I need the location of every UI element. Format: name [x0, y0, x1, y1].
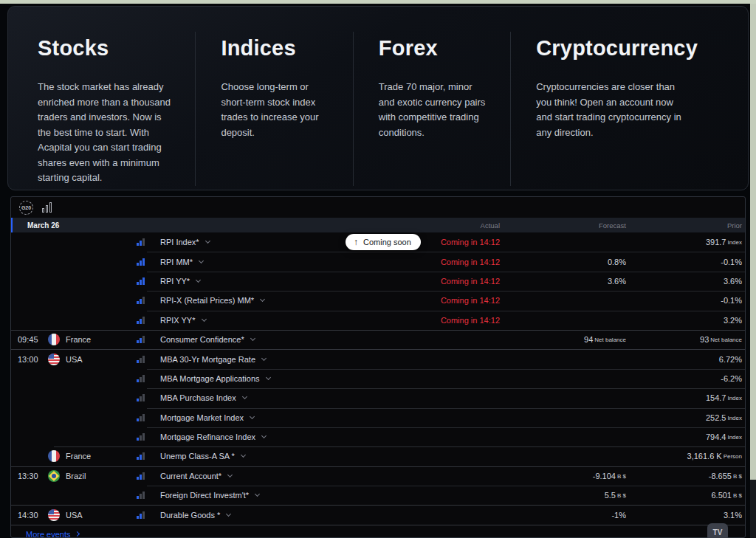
actual-value: Coming in 14:12 [407, 238, 503, 246]
column-header-actual: Actual [407, 221, 503, 230]
prior-unit: Index [727, 239, 742, 246]
event-name[interactable]: RPI MM* [157, 258, 407, 266]
chevron-down-icon [201, 317, 206, 322]
event-row[interactable]: Foreign Direct Investm't*5.5B $6.501B $ [11, 486, 745, 505]
event-name[interactable]: Unemp Class-A SA * [157, 452, 407, 461]
flag-us-icon [48, 509, 60, 521]
date-label: March 26 [13, 221, 407, 230]
prior-unit: Index [727, 395, 742, 401]
event-row[interactable]: FranceUnemp Class-A SA *3,161.6 KPerson [11, 446, 745, 466]
scrollbar-thumb[interactable] [750, 4, 756, 480]
event-label: MBA 30-Yr Mortgage Rate [160, 355, 255, 364]
coming-soon-label: Coming soon [363, 238, 411, 246]
g20-filter-icon[interactable]: G20 [19, 201, 33, 215]
event-name[interactable]: RPI YY* [157, 277, 407, 286]
chevron-down-icon [205, 238, 210, 244]
event-label: RPI-X (Retail Prices) MM* [160, 296, 254, 305]
prior-unit: Person [724, 453, 742, 460]
event-name[interactable]: MBA 30-Yr Mortgage Rate [157, 355, 407, 364]
event-row[interactable]: 13:30BrazilCurrent Account*-9.104B $-8.6… [11, 466, 745, 486]
event-name[interactable]: Foreign Direct Investm't* [157, 491, 407, 500]
prior-value: 252.5Index [628, 413, 745, 422]
event-name[interactable]: Current Account* [157, 472, 407, 480]
chevron-down-icon [265, 375, 270, 380]
more-events-row: More events [11, 525, 745, 538]
forecast-unit: Net balance [594, 337, 626, 343]
prior-value: 3.1% [628, 511, 745, 520]
forecast-unit: B $ [617, 492, 626, 499]
country-label: Brazil [66, 472, 86, 480]
event-row[interactable]: RPI MM*Coming in 14:120.8%-0.1% [11, 252, 745, 271]
country-label: France [66, 452, 91, 461]
prior-unit: B $ [733, 473, 742, 480]
event-name[interactable]: Mortgage Market Index [157, 413, 407, 422]
chevron-down-icon [250, 336, 255, 341]
importance-icon [137, 258, 157, 266]
chevron-down-icon [196, 277, 201, 283]
event-row[interactable]: 09:45FranceConsumer Confidence*94Net bal… [11, 330, 745, 349]
importance-icon [137, 394, 157, 401]
prior-unit: Index [727, 415, 742, 421]
event-row[interactable]: MBA Mortgage Applications-6.2% [11, 369, 745, 388]
event-row[interactable]: 14:30USADurable Goods *-1%3.1% [11, 505, 745, 524]
event-country: USA [48, 509, 137, 521]
forecast-value: 0.8% [503, 258, 628, 266]
event-name[interactable]: RPI-X (Retail Prices) MM* [157, 296, 407, 305]
calendar-toolbar: G20 [11, 197, 745, 218]
event-name[interactable]: Consumer Confidence* [157, 335, 407, 344]
prior-value: -6.2% [628, 374, 745, 383]
chevron-down-icon [250, 414, 255, 419]
date-header-bar: March 26 Actual Forecast Prior [11, 218, 745, 232]
event-row[interactable]: RPI YY*Coming in 14:123.6%3.6% [11, 272, 745, 291]
event-name[interactable]: Durable Goods * [157, 511, 407, 520]
importance-icon [137, 375, 157, 382]
event-name[interactable]: RPIX YY* [157, 316, 407, 325]
column-header-forecast: Forecast [503, 221, 628, 230]
prior-unit: B $ [733, 492, 742, 499]
event-row[interactable]: RPIX YY*Coming in 14:123.2% [11, 311, 745, 330]
column-header-prior: Prior [628, 221, 745, 230]
event-label: Consumer Confidence* [160, 335, 244, 344]
prior-value: 6.72% [628, 355, 745, 364]
prior-value: -0.1% [628, 296, 745, 305]
chevron-down-icon [261, 355, 267, 360]
event-name[interactable]: Mortgage Refinance Index [157, 432, 407, 441]
forecast-value: -9.104B $ [503, 472, 628, 480]
prior-value: 6.501B $ [628, 491, 745, 500]
forecast-unit: B $ [617, 473, 626, 480]
page-top-edge [0, 0, 756, 4]
importance-icon [137, 472, 157, 480]
event-country: Brazil [48, 470, 137, 482]
instruments-section: Stocks The stock market has already enri… [7, 6, 749, 190]
prior-value: -0.1% [628, 258, 745, 266]
flag-br-icon [48, 470, 60, 482]
chevron-down-icon [255, 492, 260, 497]
event-row[interactable]: Mortgage Refinance Index794.4Index [11, 427, 745, 446]
event-row[interactable]: Mortgage Market Index252.5Index [11, 408, 745, 427]
event-label: Current Account* [160, 472, 221, 480]
event-country: USA [48, 354, 137, 365]
importance-icon [137, 277, 157, 285]
country-label: USA [66, 511, 83, 520]
event-row[interactable]: RPI-X (Retail Prices) MM*Coming in 14:12… [11, 291, 745, 310]
event-time: 14:30 [11, 511, 48, 520]
country-label: France [66, 335, 91, 344]
event-name[interactable]: MBA Mortgage Applications [157, 374, 407, 383]
scrollbar-track[interactable] [750, 4, 756, 538]
importance-filter-icon[interactable] [42, 202, 52, 213]
prior-value: 154.7Index [628, 393, 745, 402]
tradingview-logo[interactable]: TV [707, 523, 728, 538]
card-forex: Forex Trade 70 major, minor and exotic c… [353, 32, 510, 186]
country-label: USA [66, 355, 83, 364]
more-events-label: More events [26, 530, 71, 538]
flag-us-icon [48, 354, 60, 365]
importance-icon [137, 317, 157, 324]
more-events-link[interactable]: More events [26, 530, 79, 538]
event-row[interactable]: 13:00USAMBA 30-Yr Mortgage Rate6.72% [11, 349, 745, 368]
event-label: Mortgage Market Index [160, 413, 244, 422]
event-name[interactable]: MBA Purchase Index [157, 393, 407, 402]
event-row[interactable]: MBA Purchase Index154.7Index [11, 388, 745, 407]
importance-icon [137, 297, 157, 304]
chevron-down-icon [261, 433, 267, 438]
prior-value: 93Net balance [628, 335, 745, 344]
